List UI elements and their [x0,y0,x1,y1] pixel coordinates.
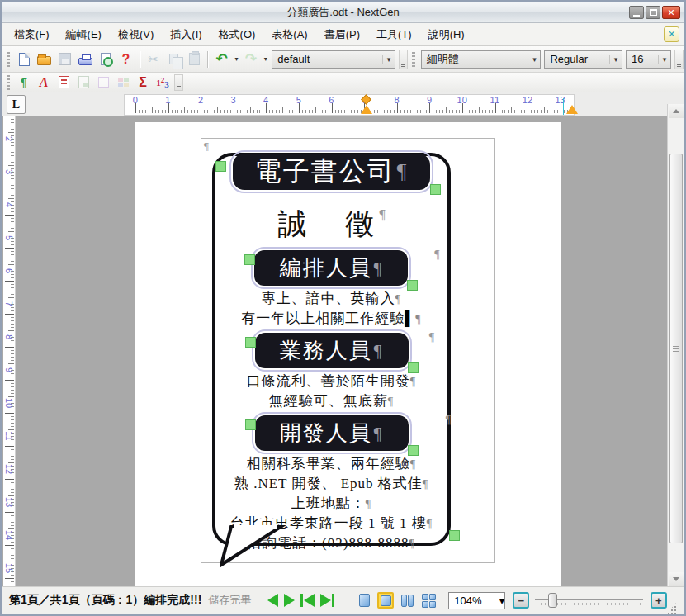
tab-type-button[interactable]: L [7,95,26,114]
paragraph-mark: ¶ [410,376,416,388]
character-format-button[interactable]: A [34,73,54,91]
selection-handle[interactable] [449,530,460,541]
numbering-button[interactable]: 123 [153,73,173,91]
toolbar-drag-handle[interactable] [7,52,10,67]
title-bar[interactable]: 分類廣告.odt - NextGen ✕ [2,2,684,23]
menu-item[interactable]: 插入(I) [162,23,210,46]
scroll-up-button[interactable] [669,104,684,118]
paste-button[interactable] [184,49,205,69]
ad-text-line[interactable]: 熟 .NET 開發、 Epub 格式佳¶ [234,474,428,494]
font-name-combo[interactable]: 細明體 ▾ [421,50,542,69]
chevron-down-icon[interactable]: ▾ [499,595,505,607]
redo-button[interactable]: ↷ [241,49,262,69]
job-title-box[interactable]: 編排人員¶ [254,250,408,286]
job-title-box[interactable]: 業務人員¶ [255,333,409,368]
open-button[interactable] [35,49,55,69]
first-page-button[interactable] [300,594,315,607]
zoom-out-button[interactable]: − [513,592,529,609]
undo-button[interactable]: ↶ [211,49,232,69]
toolbar-overflow-button[interactable] [174,74,183,91]
chevron-down-icon[interactable]: ▾ [528,55,540,64]
cut-button[interactable]: ✂ [144,49,164,69]
multi-page-view-button[interactable] [420,592,437,609]
ad-text-line[interactable]: 相關科系畢業、兩年經驗¶ [247,454,416,474]
selection-handle[interactable] [245,337,256,348]
vertical-scrollbar[interactable] [667,104,684,586]
scrollbar-thumb[interactable] [669,154,683,543]
menu-item[interactable]: 說明(H) [420,23,473,46]
slider-handle[interactable] [548,593,557,608]
company-title-box[interactable]: 電子書公司¶ [233,154,430,190]
zoom-in-button[interactable]: + [651,592,667,609]
menu-item[interactable]: 檢視(V) [110,23,162,46]
zoom-slider[interactable] [535,592,643,609]
minimize-button[interactable] [629,6,644,19]
two-page-view-button[interactable] [399,592,415,609]
redo-dropdown[interactable]: ▾ [261,55,270,63]
menu-item[interactable]: 工具(T) [368,23,420,46]
next-page-button[interactable] [284,594,295,607]
selection-handle[interactable] [215,161,226,172]
chevron-down-icon[interactable]: ▾ [382,55,395,64]
headline[interactable]: 誠 徵¶ [277,197,385,243]
paragraph-style-combo[interactable]: default ▾ [272,50,395,69]
last-page-button[interactable] [320,594,334,607]
insert-image-button[interactable] [73,73,93,91]
menu-item[interactable]: 表格(A) [263,23,315,46]
window-resize-grip[interactable] [667,602,677,614]
selection-handle[interactable] [407,280,418,291]
copy-button[interactable] [163,49,184,69]
menu-item[interactable]: 檔案(F) [6,23,58,46]
undo-dropdown[interactable]: ▾ [232,55,241,63]
ad-text-line[interactable]: 口條流利、善於陌生開發¶ [247,372,416,391]
print-button[interactable] [75,49,96,69]
font-size-combo[interactable]: 16 ▾ [626,50,671,69]
speech-bubble[interactable]: 電子書公司¶ 誠 徵¶ 編排人員¶ [212,153,451,546]
job-title-box[interactable]: 開發人員¶ [255,415,409,451]
vertical-ruler[interactable]: 23456789101112131415 [3,116,16,586]
selection-handle[interactable] [408,445,419,456]
menu-close-button[interactable]: ✕ [664,26,679,42]
page-format-button[interactable] [54,73,73,91]
menu-item[interactable]: 格式(O) [211,23,264,46]
insert-formula-button[interactable]: Σ [133,73,153,91]
insert-frame-button[interactable] [93,73,113,91]
text-frame[interactable]: 電子書公司¶ 誠 徵¶ 編排人員¶ [201,138,495,563]
print-preview-button[interactable] [95,49,116,69]
help-button[interactable]: ? [116,49,136,69]
toolbar-overflow-button[interactable] [674,50,684,69]
maximize-button[interactable] [646,6,660,19]
selection-handle[interactable] [244,254,255,265]
chevron-down-icon[interactable]: ▾ [609,55,622,64]
menu-item[interactable]: 編輯(E) [58,23,110,46]
toolbar-drag-handle[interactable] [7,75,10,90]
toolbar-drag-handle[interactable] [412,52,415,67]
ad-text-line[interactable]: 專上、諳中、英輸入¶ [262,289,401,309]
save-button[interactable] [54,49,75,69]
font-style-combo[interactable]: Regular ▾ [544,50,622,69]
right-indent-marker[interactable] [566,105,578,114]
previous-page-button[interactable] [267,594,278,607]
insert-chart-button[interactable] [113,73,133,91]
ad-text-line[interactable]: 上班地點：¶ [291,494,371,514]
left-indent-marker[interactable] [361,105,372,114]
new-document-button[interactable] [14,49,35,69]
ad-text-line[interactable]: 有一年以上相關工作經驗▌¶ [241,309,421,329]
selection-handle[interactable] [245,419,256,430]
horizontal-ruler[interactable]: 012345678910111213 [124,94,575,116]
scroll-down-button[interactable] [669,572,684,586]
selection-handle[interactable] [408,362,419,373]
close-button[interactable]: ✕ [662,6,680,19]
document-canvas[interactable]: ¶ 電子書公司¶ 誠 徵¶ 編排人員¶ [17,116,666,586]
formatting-marks-button[interactable]: ¶ [14,73,34,91]
selection-handle[interactable] [430,184,441,195]
chevron-down-icon[interactable]: ▾ [658,55,670,64]
single-page-view-button[interactable] [356,592,372,609]
thumb-grip-icon [673,346,679,352]
page-width-view-button[interactable] [377,592,394,609]
document-page[interactable]: ¶ 電子書公司¶ 誠 徵¶ 編排人員¶ [135,122,561,586]
zoom-level-combo[interactable]: 104% ▾ [448,592,505,609]
menu-item[interactable]: 書眉(P) [316,23,368,46]
toolbar-overflow-button[interactable] [399,50,408,69]
ad-text-line[interactable]: 無經驗可、無底薪¶ [269,391,394,411]
